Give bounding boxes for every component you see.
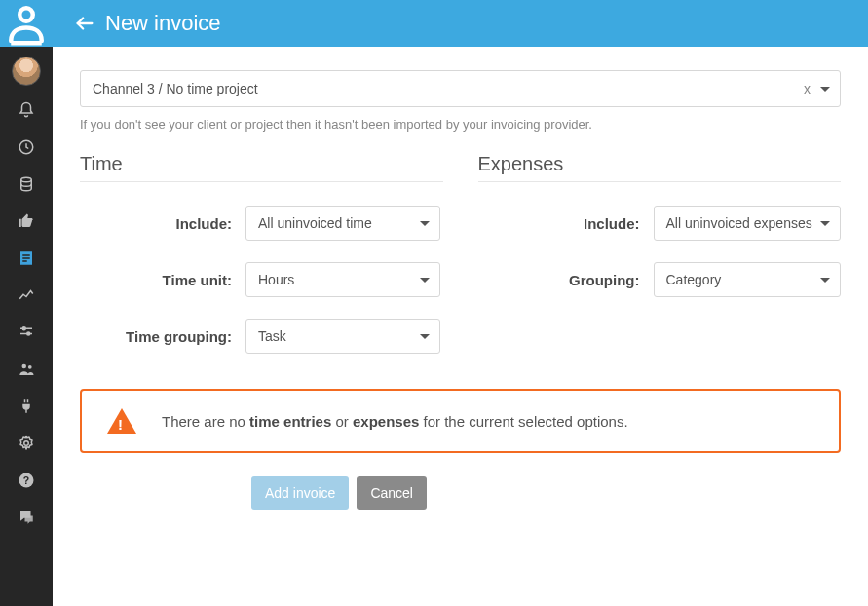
expenses-grouping-select[interactable]: Category [654, 262, 842, 297]
database-icon[interactable] [0, 166, 53, 203]
page-header: New invoice [53, 0, 868, 47]
notifications-icon[interactable] [0, 92, 53, 129]
expenses-include-select[interactable]: All uninvoiced expenses [654, 206, 842, 241]
expenses-grouping-label: Grouping: [478, 272, 654, 288]
cancel-button[interactable]: Cancel [357, 476, 427, 510]
chevron-down-icon [820, 221, 830, 226]
clear-project-icon[interactable]: x [804, 81, 811, 96]
chat-icon[interactable] [0, 499, 53, 536]
settings-icon[interactable] [0, 425, 53, 462]
expenses-section: Expenses Include: All uninvoiced expense… [478, 153, 842, 375]
chevron-down-icon [420, 278, 430, 283]
time-section: Time Include: All uninvoiced time Time u… [80, 153, 443, 375]
time-grouping-label: Time grouping: [80, 328, 245, 345]
sidebar-nav: ? [0, 92, 53, 536]
main: New invoice Channel 3 / No time project … [53, 0, 868, 606]
thumbs-up-icon[interactable] [0, 203, 53, 240]
sidebar: ? [0, 0, 53, 606]
svg-point-8 [22, 327, 25, 330]
help-text: If you don't see your client or project … [80, 117, 841, 132]
help-icon[interactable]: ? [0, 462, 53, 499]
back-button[interactable] [74, 13, 95, 34]
clock-icon[interactable] [0, 129, 53, 166]
plug-icon[interactable] [0, 388, 53, 425]
time-unit-select[interactable]: Hours [245, 262, 440, 297]
sliders-icon[interactable] [0, 314, 53, 351]
chevron-down-icon [820, 278, 830, 283]
svg-rect-5 [22, 257, 30, 259]
time-grouping-select[interactable]: Task [245, 319, 440, 354]
content: Channel 3 / No time project x If you don… [53, 47, 868, 533]
svg-point-11 [22, 364, 27, 369]
users-icon[interactable] [0, 351, 53, 388]
page-title: New invoice [105, 11, 221, 36]
time-section-title: Time [80, 153, 443, 182]
svg-rect-6 [22, 260, 27, 262]
warning-icon [107, 408, 136, 434]
add-invoice-button[interactable]: Add invoice [251, 476, 349, 510]
warning-alert: There are no time entries or expenses fo… [80, 389, 841, 453]
chevron-down-icon [420, 221, 430, 226]
svg-point-13 [24, 441, 29, 446]
invoice-icon[interactable] [0, 240, 53, 277]
svg-point-3 [21, 177, 32, 182]
svg-point-12 [28, 365, 32, 369]
time-include-select[interactable]: All uninvoiced time [245, 206, 440, 241]
chevron-down-icon [420, 334, 430, 339]
warning-text: There are no time entries or expenses fo… [162, 413, 628, 430]
project-select[interactable]: Channel 3 / No time project x [80, 70, 841, 107]
svg-point-10 [27, 332, 30, 335]
time-include-label: Include: [80, 215, 245, 232]
svg-rect-4 [22, 254, 30, 256]
svg-text:?: ? [23, 474, 29, 486]
chevron-down-icon [820, 87, 830, 92]
chart-icon[interactable] [0, 277, 53, 314]
form-actions: Add invoice Cancel [251, 476, 841, 510]
svg-point-0 [19, 8, 33, 21]
time-unit-label: Time unit: [80, 272, 245, 288]
expenses-include-label: Include: [478, 215, 654, 232]
project-select-value: Channel 3 / No time project [93, 81, 258, 96]
app-logo[interactable] [0, 0, 53, 47]
user-avatar[interactable] [12, 47, 41, 92]
expenses-section-title: Expenses [478, 153, 842, 182]
